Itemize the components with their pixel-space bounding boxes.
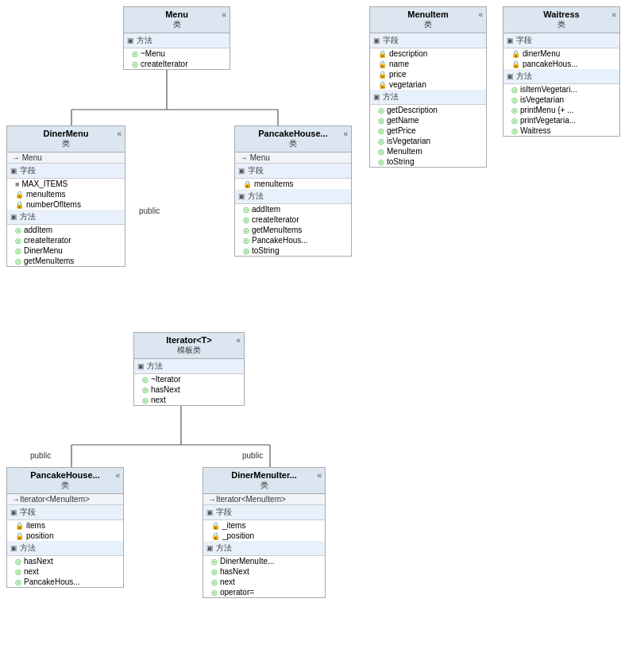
dinermenu-method-createiter: ◎ createIterator	[7, 235, 125, 245]
class-iterator-t-name: Iterator<T>	[139, 335, 239, 345]
class-menuitem: MenuItem 类 « ▣ 字段 🔒 description 🔒 name 🔒…	[369, 6, 487, 168]
waitress-field-dinermenu: 🔒 dinerMenu	[503, 48, 619, 59]
waitress-method-constructor: ◎ Waitress	[503, 126, 619, 136]
pancakehouse-top-method-getmenuitems: ◎ getMenuItems	[235, 225, 351, 235]
waitress-field-pancake: 🔒 pancakeHous...	[503, 59, 619, 69]
iterator-t-method-hasnext: ◎ hasNext	[134, 384, 244, 395]
pancakehouse-bottom-method-hasnext: ◎ hasNext	[7, 556, 123, 566]
pub-icon: ◎	[132, 50, 138, 58]
class-dinermenu-header: DinerMenu 类 «	[7, 126, 125, 153]
pub-icon: ◎	[132, 60, 138, 68]
collapse-icon[interactable]: «	[611, 10, 616, 19]
menuitem-method-getprice: ◎ getPrice	[370, 126, 486, 136]
pancakehouse-top-methods-header: ▣ 方法	[235, 189, 351, 204]
dinermenu-method-additem: ◎ addItem	[7, 225, 125, 235]
pancakehouse-top-inheritance: → Menu	[235, 153, 351, 164]
collapse-icon[interactable]: «	[117, 129, 122, 138]
menuitem-method-getdesc: ◎ getDescription	[370, 105, 486, 115]
waitress-method-isitemveg: ◎ isItemVegetari...	[503, 84, 619, 95]
dinermenu-fields-header: ▣ 字段	[7, 164, 125, 179]
collapse-icon[interactable]: «	[115, 471, 120, 480]
collapse-icon[interactable]: «	[343, 129, 348, 138]
class-pancakehouse-bottom-type: 类	[12, 480, 118, 491]
menu-item-createiterator: ◎ createIterator	[124, 59, 230, 69]
class-menuitem-name: MenuItem	[375, 10, 481, 19]
waitress-method-printmenu: ◎ printMenu {+ ...	[503, 105, 619, 115]
dinermenuiter-methods-header: ▣ 方法	[203, 541, 325, 556]
pancakehouse-bottom-methods-header: ▣ 方法	[7, 541, 123, 556]
pancakehouse-top-method-tostring: ◎ toString	[235, 245, 351, 256]
class-dinermenuiter-name: DinerMenuIter...	[208, 470, 320, 480]
dinermenuiter-method-operator: ◎ operator=	[203, 587, 325, 597]
iterator-t-method-destructor: ◎ ~Iterator	[134, 374, 244, 384]
waitress-method-isveg: ◎ isVegetarian	[503, 95, 619, 105]
class-pancakehouse-bottom-name: PancakeHouse...	[12, 470, 118, 480]
waitress-fields-header: ▣ 字段	[503, 33, 619, 48]
class-dinermenuiter-type: 类	[208, 480, 320, 491]
collapse-icon[interactable]: «	[236, 336, 241, 345]
class-waitress-header: Waitress 类 «	[503, 7, 619, 33]
menu-item-destructor: ◎ ~Menu	[124, 48, 230, 59]
class-iterator-t-header: Iterator<T> 模板类 «	[134, 333, 244, 359]
class-waitress-name: Waitress	[508, 10, 615, 19]
dinermenu-field-numitems: 🔒 numberOfItems	[7, 199, 125, 210]
waitress-method-printveg: ◎ printVegetaria...	[503, 115, 619, 126]
class-pancakehouse-bottom: PancakeHouse... 类 « →Iterator<MenuItem> …	[6, 467, 124, 588]
class-menu-header: Menu 类 «	[124, 7, 230, 33]
class-dinermenuiter: DinerMenuIter... 类 « →Iterator<MenuItem>…	[203, 467, 326, 598]
menuitem-field-vegetarian: 🔒 vegetarian	[370, 79, 486, 90]
public-label-1: public	[139, 207, 160, 215]
class-menu-name: Menu	[129, 10, 225, 19]
class-dinermenuiter-header: DinerMenuIter... 类 «	[203, 468, 325, 494]
class-waitress-type: 类	[508, 19, 615, 30]
pancakehouse-bottom-fields-header: ▣ 字段	[7, 505, 123, 520]
pancakehouse-bottom-method-next: ◎ next	[7, 566, 123, 577]
menuitem-methods-header: ▣ 方法	[370, 90, 486, 105]
class-pancakehouse-bottom-header: PancakeHouse... 类 «	[7, 468, 123, 494]
waitress-methods-header: ▣ 方法	[503, 69, 619, 84]
pancakehouse-top-method-createiter: ◎ createIterator	[235, 214, 351, 225]
collapse-icon[interactable]: «	[478, 10, 483, 19]
class-menuitem-type: 类	[375, 19, 481, 30]
dinermenuiter-method-hasnext: ◎ hasNext	[203, 566, 325, 577]
pancakehouse-top-fields-header: ▣ 字段	[235, 164, 351, 179]
dinermenuiter-method-constructor: ◎ DinerMenuIte...	[203, 556, 325, 566]
pancakehouse-top-method-constructor: ◎ PancakeHous...	[235, 235, 351, 245]
menuitem-method-constructor: ◎ MenuItem	[370, 146, 486, 156]
dinermenuiter-inheritance: →Iterator<MenuItem>	[203, 494, 325, 505]
dinermenu-field-maxitems: ■ MAX_ITEMS	[7, 179, 125, 189]
class-pancakehouse-top-name: PancakeHouse...	[240, 129, 346, 138]
class-menu-type: 类	[129, 19, 225, 30]
menuitem-field-name: 🔒 name	[370, 59, 486, 69]
dinermenu-method-getmenuitems: ◎ getMenuItems	[7, 256, 125, 266]
menuitem-field-description: 🔒 description	[370, 48, 486, 59]
menuitem-method-isveg: ◎ isVegetarian	[370, 136, 486, 146]
collapse-icon[interactable]: «	[317, 471, 322, 480]
class-pancakehouse-top-type: 类	[240, 138, 346, 149]
pancakehouse-bottom-field-items: 🔒 items	[7, 520, 123, 531]
collapse-icon[interactable]: «	[222, 10, 226, 19]
menuitem-fields-header: ▣ 字段	[370, 33, 486, 48]
class-pancakehouse-top-header: PancakeHouse... 类 «	[235, 126, 351, 153]
menuitem-method-getname: ◎ getName	[370, 115, 486, 126]
pancakehouse-bottom-inheritance: →Iterator<MenuItem>	[7, 494, 123, 505]
diagram-canvas: public public public public Menu 类 « ▣ 方…	[0, 0, 625, 672]
dinermenu-inheritance: → Menu	[7, 153, 125, 164]
dinermenu-field-menuitems: 🔒 menuItems	[7, 189, 125, 199]
class-waitress: Waitress 类 « ▣ 字段 🔒 dinerMenu 🔒 pancakeH…	[503, 6, 620, 137]
menuitem-method-tostring: ◎ toString	[370, 156, 486, 167]
class-iterator-t-type: 模板类	[139, 345, 239, 356]
class-dinermenu-type: 类	[12, 138, 120, 149]
pancakehouse-top-method-additem: ◎ addItem	[235, 204, 351, 214]
class-menuitem-header: MenuItem 类 «	[370, 7, 486, 33]
pancakehouse-top-field-menuitems: 🔒 menuItems	[235, 179, 351, 189]
public-label-4: public	[242, 451, 263, 460]
dinermenu-method-constructor: ◎ DinerMenu	[7, 245, 125, 256]
dinermenuiter-field-position: 🔒 _position	[203, 531, 325, 541]
menuitem-field-price: 🔒 price	[370, 69, 486, 79]
public-label-3: public	[30, 451, 51, 460]
dinermenuiter-field-items: 🔒 _items	[203, 520, 325, 531]
class-iterator-t: Iterator<T> 模板类 « ▣ 方法 ◎ ~Iterator ◎ has…	[133, 332, 245, 406]
class-pancakehouse-top: PancakeHouse... 类 « → Menu ▣ 字段 🔒 menuIt…	[234, 126, 352, 257]
dinermenuiter-fields-header: ▣ 字段	[203, 505, 325, 520]
